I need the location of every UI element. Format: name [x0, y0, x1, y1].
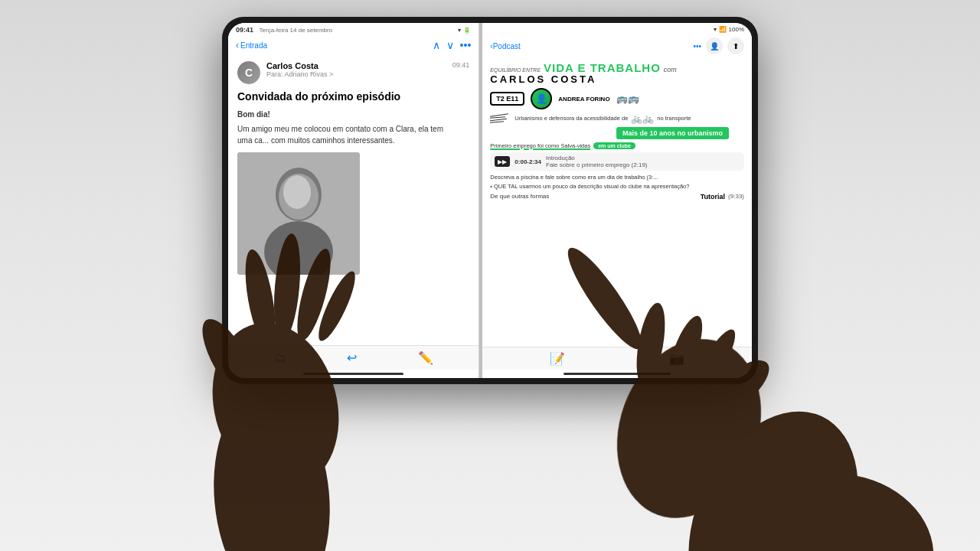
home-indicator-right — [564, 373, 671, 375]
anos-badge: Mais de 10 anos no urbanismo — [616, 127, 729, 139]
sender-to: Para: Adriano Rivas > — [266, 70, 446, 78]
podcast-back-label: Podcast — [493, 42, 521, 51]
sketchnote: EQUILÍBRIO ENTRE VIDA E TRABALHO com CAR… — [490, 62, 744, 342]
guest-icon: 👤 — [536, 93, 547, 104]
guest-avatar: 👤 — [531, 88, 552, 109]
bus-icon: 🚌🚌 — [616, 93, 639, 104]
section1-suffix: no transporte — [657, 114, 691, 122]
mail-photo — [237, 152, 360, 275]
sketch-10anos: Mais de 10 anos no urbanismo — [490, 127, 744, 139]
mail-pane: 09:41 Terça-feira 14 de setembro ▾ 🔋 ‹ E… — [228, 23, 479, 378]
podcast-nav-icons: ••• 👤 ⬆ — [693, 37, 744, 54]
mail-nav-bar: ‹ Entrada ∧ ∨ ••• — [228, 37, 479, 55]
battery-right-icon: 100% — [729, 26, 744, 33]
anos-text: Mais de 10 anos no urbanismo — [622, 129, 723, 137]
podcast-status-icons: ▾ 📶 100% — [714, 26, 744, 33]
sketch-carlos-costa: CARLOS COSTA — [490, 73, 744, 85]
sketch-header: EQUILÍBRIO ENTRE VIDA E TRABALHO com CAR… — [490, 62, 744, 85]
photo-svg — [237, 152, 360, 275]
wifi-icon-right: 📶 — [719, 26, 727, 33]
primeiro-emprego-text: Primeiro emprego foi como Salva-vidas — [490, 142, 590, 150]
battery-icon: 🔋 — [463, 27, 471, 34]
mail-nav-actions: ∧ ∨ ••• — [433, 39, 472, 51]
mail-subject: Convidada do próximo episódio — [237, 90, 469, 103]
podcast-more-button[interactable]: ••• — [693, 42, 701, 51]
mail-back-button[interactable]: ‹ Entrada — [236, 40, 267, 51]
bike-icon: 🚲🚲 — [631, 113, 654, 124]
play-button[interactable]: ▶▶ — [495, 156, 510, 167]
mail-status-bar: 09:41 Terça-feira 14 de setembro ▾ 🔋 — [228, 23, 479, 37]
tutorial-time: (9:33) — [728, 193, 744, 200]
podcast-status-left — [490, 26, 492, 33]
mail-more-button[interactable]: ••• — [460, 39, 472, 51]
sketch-notes: Descreva a piscina e fale sobre como era… — [490, 173, 744, 191]
tutorial-label: Tutorial — [701, 193, 725, 201]
podcast-back-button[interactable]: ‹ Podcast — [490, 42, 520, 51]
section1-text: Urbanismo e defensora da acessibilidade … — [514, 114, 628, 122]
split-view: 09:41 Terça-feira 14 de setembro ▾ 🔋 ‹ E… — [228, 23, 752, 378]
archive-icon[interactable]: 🗂 — [274, 351, 286, 365]
sketch-com: com — [664, 66, 677, 73]
notes-icon[interactable]: 📝 — [550, 351, 565, 366]
playback-intro-label: Introdução — [546, 155, 648, 161]
sender-avatar: C — [237, 61, 260, 84]
sketch-primeiro: Primeiro emprego foi como Salva-vidas em… — [490, 142, 744, 150]
sketch-section1: Urbanismo e defensora da acessibilidade … — [490, 113, 744, 124]
mail-body: Bom dia! Um amigo meu me colocou em cont… — [237, 109, 469, 146]
mail-body-line1: Um amigo meu me colocou em contato com a… — [237, 123, 469, 135]
em-clube-badge: em um clube — [593, 142, 635, 149]
notes-toolbar: 📝 📷 — [482, 347, 752, 370]
podcast-status-bar: ▾ 📶 100% — [482, 23, 752, 36]
sketch-bottom-row: De que outras formas Tutorial (9:33) — [490, 193, 744, 201]
mail-toolbar: 🗂 ↩ ✏️ — [228, 345, 479, 370]
svg-point-4 — [283, 175, 311, 209]
back-label: Entrada — [240, 41, 267, 50]
podcast-nav-bar: ‹ Podcast ••• 👤 ⬆ — [482, 36, 752, 57]
notes-pane: ▾ 📶 100% ‹ Podcast ••• 👤 — [482, 23, 752, 378]
back-chevron-icon: ‹ — [236, 40, 239, 51]
sketch-lines-icon — [490, 115, 508, 122]
mail-greeting: Bom dia! — [237, 109, 469, 120]
playback-intro-desc: Fale sobre o primeiro emprego (2:19) — [546, 161, 648, 168]
mail-sender-row: C Carlos Costa Para: Adriano Rivas > 09:… — [237, 61, 469, 84]
sketch-equilibrio: EQUILÍBRIO ENTRE — [490, 67, 541, 73]
status-icons: ▾ 🔋 — [458, 27, 471, 34]
wifi-icon: ▾ — [458, 27, 461, 34]
user-icon-button[interactable]: 👤 — [706, 37, 723, 54]
playback-control-2[interactable]: Tutorial (9:33) — [701, 193, 744, 201]
compose-icon[interactable]: ✏️ — [418, 350, 433, 365]
signal-icon: ▾ — [714, 26, 717, 33]
episode-badge: T2 E11 — [490, 92, 524, 106]
sender-name: Carlos Costa — [266, 61, 446, 70]
section4-text: De que outras formas — [490, 193, 549, 200]
question-text: Descreva a piscina e fale sobre como era… — [490, 173, 744, 181]
share-icon: ⬆ — [733, 42, 739, 51]
status-date: Terça-feira 14 de setembro — [260, 27, 333, 34]
notes-text: • QUE TAL usarmos um pouco da descrição … — [490, 182, 744, 191]
nav-up-button[interactable]: ∧ — [433, 39, 440, 51]
ipad-screen: 09:41 Terça-feira 14 de setembro ▾ 🔋 ‹ E… — [228, 23, 752, 378]
nav-down-button[interactable]: ∨ — [446, 39, 454, 51]
notes-content: EQUILÍBRIO ENTRE VIDA E TRABALHO com CAR… — [482, 57, 752, 347]
camera-notes-icon[interactable]: 📷 — [669, 351, 684, 366]
sender-info: Carlos Costa Para: Adriano Rivas > — [266, 61, 446, 78]
mail-timestamp: 09:41 — [452, 61, 470, 69]
reply-icon[interactable]: ↩ — [347, 350, 357, 365]
playback-control-1[interactable]: ▶▶ 0:00-2:34 Introdução Fale sobre o pri… — [490, 152, 744, 171]
guest-name: ANDREA FORINO — [558, 96, 609, 103]
playback-time-1: 0:00-2:34 — [514, 158, 541, 165]
sketch-episode-row: T2 E11 👤 ANDREA FORINO 🚌🚌 — [490, 88, 744, 109]
sketch-vida: VIDA E TRABALHO — [544, 62, 661, 73]
ipad-device: 09:41 Terça-feira 14 de setembro ▾ 🔋 ‹ E… — [222, 17, 758, 384]
home-indicator-left — [303, 373, 403, 375]
sketch-title-area: EQUILÍBRIO ENTRE VIDA E TRABALHO com — [490, 62, 744, 73]
mail-content: C Carlos Costa Para: Adriano Rivas > 09:… — [228, 55, 479, 345]
share-icon-button[interactable]: ⬆ — [727, 37, 744, 54]
user-icon: 👤 — [710, 42, 719, 51]
mail-body-line2: uma ca... com muitos caminhos interessan… — [237, 135, 469, 146]
status-time: 09:41 — [236, 26, 253, 34]
